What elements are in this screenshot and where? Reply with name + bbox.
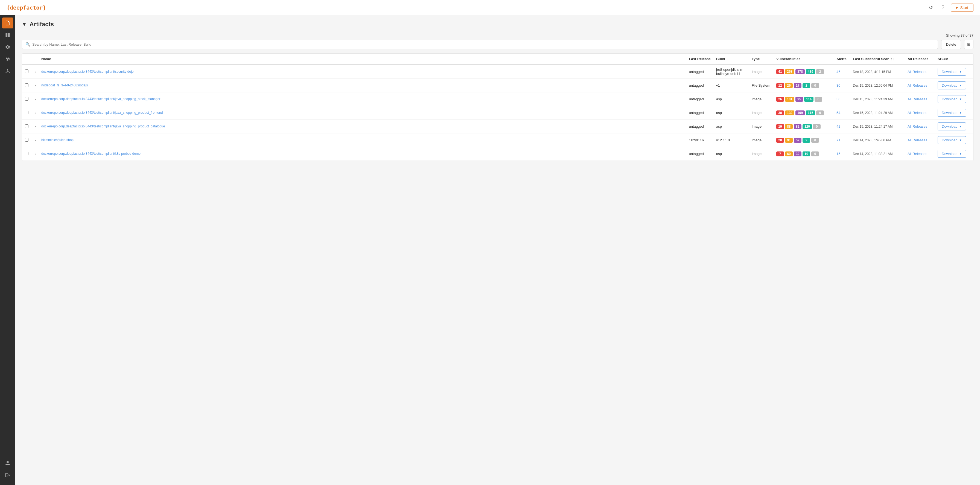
refresh-icon[interactable]: ↺ <box>927 4 935 11</box>
sidebar-item-user[interactable] <box>2 458 13 469</box>
vuln-badges: 26101951140 <box>776 97 831 102</box>
expand-icon[interactable]: › <box>35 97 36 101</box>
artifact-link[interactable]: dockerrepo.corp.deepfactor.io:8443/test/… <box>41 70 134 73</box>
table-row: › dockerrepo.corp.deepfactor.io:8443/tes… <box>22 147 973 161</box>
row-checkbox-cell <box>22 92 32 106</box>
expand-icon[interactable]: › <box>35 125 36 129</box>
topnav-right: ↺ ? Start <box>927 3 974 12</box>
row-checkbox[interactable] <box>25 138 29 142</box>
all-releases-link[interactable]: All Releases <box>908 70 927 74</box>
vuln-cell: 412583784392 <box>773 65 834 79</box>
row-checkbox[interactable] <box>25 70 29 73</box>
columns-button[interactable]: ⊞ <box>964 40 974 49</box>
build-cell: asp <box>713 147 749 161</box>
vuln-badge-gray: 2 <box>816 69 824 74</box>
scan-date: Dec 15, 2023, 11:24:29 AM <box>853 111 892 115</box>
download-button[interactable]: Download ▼ <box>938 68 966 76</box>
delete-button[interactable]: Delete <box>941 40 961 49</box>
search-input[interactable] <box>32 42 934 46</box>
build-cell: jre8-openjdk-slim-bullseye-deb11 <box>713 65 749 79</box>
svg-point-0 <box>7 69 8 70</box>
sidebar-item-settings[interactable] <box>2 41 13 52</box>
download-button[interactable]: Download ▼ <box>938 150 966 158</box>
expand-icon[interactable]: › <box>35 138 36 142</box>
row-checkbox[interactable] <box>25 83 29 87</box>
expand-icon[interactable]: › <box>35 70 36 74</box>
download-label: Download <box>942 97 958 101</box>
vuln-badge-orange: 132 <box>785 110 794 115</box>
type-cell: Image <box>749 106 773 120</box>
vuln-badge-red: 41 <box>776 69 784 74</box>
all-releases-link[interactable]: All Releases <box>908 152 927 156</box>
table-row: › bkimminich/juice-shop 1BzyI11R v12.11.… <box>22 134 973 147</box>
download-label: Download <box>942 111 958 115</box>
row-checkbox-cell <box>22 147 32 161</box>
expand-icon[interactable]: › <box>35 84 36 87</box>
download-button[interactable]: Download ▼ <box>938 109 966 117</box>
download-button[interactable]: Download ▼ <box>938 95 966 103</box>
alerts-link[interactable]: 30 <box>837 83 840 87</box>
artifact-link[interactable]: dockerrepo.corp.deepfactor.io:8443/test/… <box>41 111 163 114</box>
alerts-link[interactable]: 42 <box>837 124 840 129</box>
artifact-name-cell: dockerrepo.corp.deepfactor.io:8443/test/… <box>38 65 686 79</box>
last-scan-cell: Dec 18, 2023, 4:11:15 PM <box>850 65 905 79</box>
expand-icon[interactable]: › <box>35 152 36 156</box>
vuln-badge-teal: 2 <box>803 138 810 143</box>
sidebar-item-logout[interactable] <box>2 470 13 481</box>
download-button[interactable]: Download ▼ <box>938 136 966 144</box>
start-button[interactable]: Start <box>951 3 974 12</box>
artifact-link[interactable]: nodegoat_fs_3-4-0-2468:nodejs <box>41 83 88 87</box>
scan-date: Dec 15, 2023, 11:24:17 AM <box>853 125 892 129</box>
all-releases-link[interactable]: All Releases <box>908 111 927 115</box>
alerts-link[interactable]: 50 <box>837 97 840 101</box>
vuln-badge-gray: 0 <box>811 138 819 143</box>
alerts-cell: 42 <box>834 120 850 134</box>
all-releases-link[interactable]: All Releases <box>908 83 927 87</box>
sidebar-item-dashboard[interactable] <box>2 30 13 40</box>
all-releases-link[interactable]: All Releases <box>908 138 927 142</box>
artifacts-table: Name Last Release Build Type Vulnerabili… <box>22 54 973 161</box>
sidebar-item-packages[interactable] <box>2 54 13 65</box>
artifact-link[interactable]: dockerrepo.corp.deepfactor.io:8443/test/… <box>41 124 165 128</box>
build-cell: asp <box>713 120 749 134</box>
artifact-link[interactable]: dockerrepo.corp.deepfactor.io:8443/test/… <box>41 97 161 101</box>
scan-date: Dec 18, 2023, 4:11:15 PM <box>853 70 891 74</box>
main-content: ▼ Artifacts Showing 37 of 37 🔍 Delete ⊞ … <box>15 15 980 485</box>
download-button[interactable]: Download ▼ <box>938 81 966 89</box>
alerts-cell: 30 <box>834 79 850 92</box>
search-row: 🔍 Delete ⊞ <box>22 40 974 49</box>
sidebar-item-artifact[interactable] <box>2 17 13 29</box>
alerts-link[interactable]: 71 <box>837 138 840 142</box>
all-releases-link[interactable]: All Releases <box>908 97 927 101</box>
row-checkbox[interactable] <box>25 152 29 155</box>
type-cell: File System <box>749 79 773 92</box>
row-checkbox[interactable] <box>25 124 29 128</box>
sbom-cell: Download ▼ <box>935 106 973 120</box>
artifact-link[interactable]: bkimminich/juice-shop <box>41 138 73 142</box>
row-checkbox[interactable] <box>25 111 29 114</box>
alerts-link[interactable]: 46 <box>837 70 840 74</box>
vuln-badge-red: 38 <box>776 110 784 115</box>
vuln-cell: 26101951140 <box>773 92 834 106</box>
sbom-cell: Download ▼ <box>935 92 973 106</box>
row-checkbox-cell <box>22 65 32 79</box>
vuln-badge-teal: 114 <box>804 97 813 102</box>
artifact-link[interactable]: dockerrepo.corp.deepfactor.io:8443/test/… <box>41 152 140 156</box>
all-releases-link[interactable]: All Releases <box>908 124 927 129</box>
vuln-badges: 12261720 <box>776 83 831 88</box>
scan-date: Dec 14, 2023, 11:33:21 AM <box>853 152 892 156</box>
alerts-link[interactable]: 15 <box>837 152 840 156</box>
sidebar-item-connections[interactable] <box>2 65 13 76</box>
col-header-sbom: SBOM <box>935 54 973 65</box>
help-icon[interactable]: ? <box>939 4 947 11</box>
col-header-checkbox <box>22 54 32 65</box>
vuln-badge-red: 19 <box>776 124 784 129</box>
alerts-link[interactable]: 54 <box>837 111 840 115</box>
all-releases-cell: All Releases <box>905 147 935 161</box>
row-checkbox[interactable] <box>25 97 29 100</box>
col-header-last-scan[interactable]: Last Successful Scan ↑ <box>850 54 905 65</box>
row-checkbox-cell <box>22 79 32 92</box>
download-button[interactable]: Download ▼ <box>938 122 966 130</box>
vuln-badges: 381321091150 <box>776 110 831 115</box>
expand-icon[interactable]: › <box>35 111 36 115</box>
